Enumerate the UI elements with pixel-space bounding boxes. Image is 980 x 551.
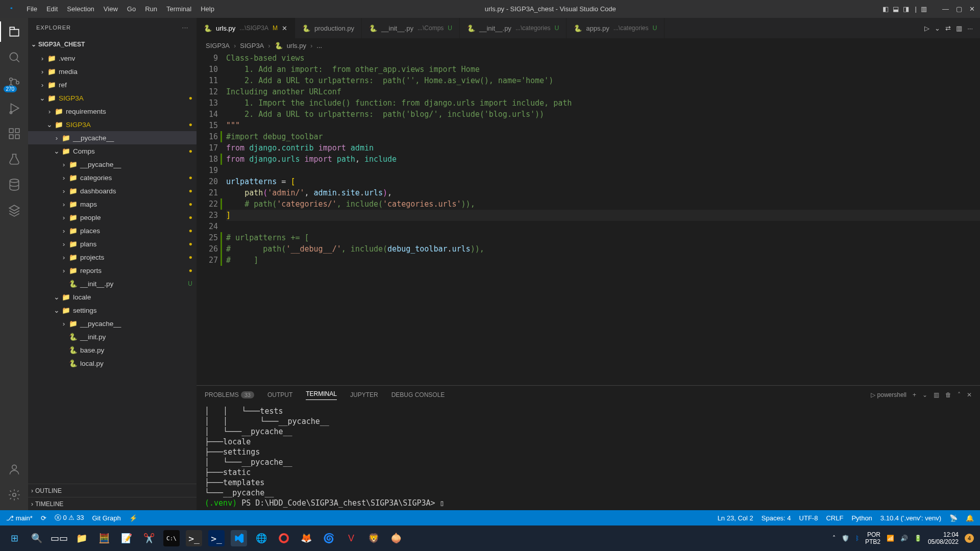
notepad-icon[interactable]: 📝 bbox=[118, 530, 135, 546]
status-problems[interactable]: ⓧ 0 ⚠ 33 bbox=[55, 513, 84, 522]
tray-wifi-icon[interactable]: 📶 bbox=[887, 535, 894, 542]
task-view-icon[interactable]: ▭▭ bbox=[51, 530, 67, 546]
breadcrumb[interactable]: SIGP3A› SIGP3A› 🐍urls.py› ... bbox=[197, 38, 980, 53]
editor-tab[interactable]: 🐍__init__.py...\categoriesU bbox=[460, 18, 567, 38]
close-button[interactable]: ✕ bbox=[969, 5, 975, 13]
menu-run[interactable]: Run bbox=[141, 3, 161, 15]
firefox-icon[interactable]: 🦊 bbox=[298, 530, 314, 546]
status-encoding[interactable]: UTF-8 bbox=[799, 514, 818, 522]
outline-section[interactable]: ›OUTLINE bbox=[28, 484, 197, 497]
tree-item[interactable]: 🐍base.py bbox=[28, 343, 197, 357]
testing-icon[interactable] bbox=[7, 152, 22, 167]
start-button[interactable]: ⊞ bbox=[6, 530, 22, 546]
timeline-section[interactable]: ›TIMELINE bbox=[28, 497, 197, 510]
more-actions-icon[interactable]: ··· bbox=[967, 24, 973, 32]
tree-item[interactable]: ⌄📁SIGP3A● bbox=[28, 91, 197, 105]
tree-item[interactable]: ⌄📁settings bbox=[28, 304, 197, 317]
menu-go[interactable]: Go bbox=[123, 3, 140, 15]
tray-notifications[interactable]: 4 bbox=[965, 534, 974, 543]
tree-item[interactable]: ›📁maps● bbox=[28, 197, 197, 211]
edge-icon[interactable]: 🌀 bbox=[321, 530, 337, 546]
project-header[interactable]: ⌄SIGP3A_CHEST bbox=[28, 37, 197, 52]
status-sync-icon[interactable]: ⟳ bbox=[41, 514, 46, 522]
status-bell-icon[interactable]: 🔔 bbox=[966, 514, 974, 522]
tree-item[interactable]: 🐍local.py bbox=[28, 357, 197, 370]
tab-close-icon[interactable]: ✕ bbox=[282, 24, 287, 32]
editor-tab[interactable]: 🐍__init__.py...\CompsU bbox=[362, 18, 460, 38]
extensions-icon[interactable] bbox=[7, 126, 22, 141]
layout-panel-icon[interactable]: ⬓ bbox=[893, 5, 899, 13]
explorer-icon[interactable] bbox=[7, 24, 22, 39]
run-icon[interactable]: ▷ bbox=[924, 24, 929, 32]
opera-icon[interactable]: ⭕ bbox=[276, 530, 292, 546]
tree-item[interactable]: ›📁__pycache__ bbox=[28, 317, 197, 330]
tree-item[interactable]: ›📁__pycache__ bbox=[28, 131, 197, 144]
vscode-icon[interactable] bbox=[231, 530, 247, 546]
status-branch[interactable]: ⎇ main* bbox=[6, 514, 33, 522]
tray-bluetooth-icon[interactable]: ᛒ bbox=[855, 535, 859, 542]
layout-sidebar-left-icon[interactable]: ◧ bbox=[883, 5, 889, 13]
code-editor[interactable]: 9101112131415161718192021222324252627 Cl… bbox=[197, 53, 980, 385]
tree-item[interactable]: ›📁__pycache__ bbox=[28, 158, 197, 171]
editor-tab[interactable]: 🐍production.py bbox=[295, 18, 362, 38]
split-terminal-icon[interactable]: ▥ bbox=[934, 391, 939, 398]
source-control-icon[interactable]: 270 bbox=[7, 75, 22, 90]
terminal-dropdown-icon[interactable]: ⌄ bbox=[922, 391, 927, 398]
maximize-button[interactable]: ▢ bbox=[956, 5, 962, 13]
panel-tab-output[interactable]: OUTPUT bbox=[267, 391, 292, 398]
panel-tab-jupyter[interactable]: JUPYTER bbox=[350, 391, 378, 398]
powershell-icon[interactable]: >_ bbox=[208, 530, 225, 546]
tray-security-icon[interactable]: 🛡️ bbox=[842, 535, 849, 542]
panel-tab-problems[interactable]: PROBLEMS33 bbox=[205, 391, 254, 398]
status-cursor[interactable]: Ln 23, Col 2 bbox=[718, 514, 753, 522]
file-explorer-icon[interactable]: 📁 bbox=[74, 530, 90, 546]
calculator-icon[interactable]: 🧮 bbox=[96, 530, 112, 546]
editor-tab[interactable]: 🐍apps.py...\categoriesU bbox=[567, 18, 665, 38]
run-dropdown-icon[interactable]: ⌄ bbox=[935, 24, 940, 32]
status-lang[interactable]: Python bbox=[851, 514, 872, 522]
panel-maximize-icon[interactable]: ˄ bbox=[958, 391, 961, 398]
panel-tab-debug[interactable]: DEBUG CONSOLE bbox=[391, 391, 445, 398]
vivaldi-icon[interactable]: V bbox=[343, 530, 359, 546]
tree-item[interactable]: ›📁media bbox=[28, 65, 197, 78]
tree-item[interactable]: ›📁categories● bbox=[28, 171, 197, 184]
terminal-content[interactable]: │ │ └───tests│ │ └───__pycache__│ └───__… bbox=[197, 404, 980, 510]
status-feedback-icon[interactable]: 📡 bbox=[949, 514, 958, 522]
settings-gear-icon[interactable] bbox=[7, 487, 22, 503]
tree-item[interactable]: ›📁ref bbox=[28, 78, 197, 91]
tree-item[interactable]: ›📁people● bbox=[28, 211, 197, 224]
panel-tab-terminal[interactable]: TERMINAL bbox=[306, 390, 337, 400]
tray-clock[interactable]: 12:0405/08/2022 bbox=[928, 531, 959, 545]
menu-file[interactable]: File bbox=[22, 3, 41, 15]
layout-sidebar-right-icon[interactable]: ◨ bbox=[903, 5, 909, 13]
chrome-icon[interactable]: 🌐 bbox=[253, 530, 270, 546]
more-icon[interactable]: ··· bbox=[182, 24, 188, 31]
tree-item[interactable]: ›📁reports● bbox=[28, 264, 197, 277]
tray-lang[interactable]: PORPTB2 bbox=[865, 531, 880, 545]
cmd-icon[interactable]: C:\ bbox=[163, 530, 180, 546]
new-terminal-icon[interactable]: + bbox=[913, 391, 916, 398]
menu-terminal[interactable]: Terminal bbox=[162, 3, 195, 15]
status-gitgraph[interactable]: Git Graph bbox=[92, 514, 120, 522]
snipping-icon[interactable]: ✂️ bbox=[141, 530, 157, 546]
tree-item[interactable]: ›📁.venv bbox=[28, 52, 197, 65]
tree-item[interactable]: ›📁requirements bbox=[28, 105, 197, 118]
status-interpreter[interactable]: 3.10.4 ('.venv': venv) bbox=[880, 514, 941, 522]
terminal-icon[interactable]: >_ bbox=[186, 530, 202, 546]
search-icon[interactable] bbox=[7, 49, 22, 65]
editor-tab[interactable]: 🐍urls.py...\SIGP3AM✕ bbox=[197, 18, 295, 38]
tor-icon[interactable]: 🧅 bbox=[388, 530, 404, 546]
tree-item[interactable]: ›📁plans● bbox=[28, 237, 197, 251]
taskbar-search-icon[interactable]: 🔍 bbox=[29, 530, 45, 546]
tray-battery-icon[interactable]: 🔋 bbox=[914, 535, 922, 542]
run-debug-icon[interactable] bbox=[7, 101, 22, 116]
menu-view[interactable]: View bbox=[100, 3, 122, 15]
menu-edit[interactable]: Edit bbox=[42, 3, 62, 15]
panel-close-icon[interactable]: ✕ bbox=[967, 391, 972, 398]
split-editor-icon[interactable]: ▥ bbox=[956, 24, 962, 32]
status-indent[interactable]: Spaces: 4 bbox=[762, 514, 791, 522]
tray-chevron-icon[interactable]: ˄ bbox=[832, 535, 836, 542]
kill-terminal-icon[interactable]: 🗑 bbox=[945, 391, 951, 398]
layout-customize-icon[interactable]: ▥ bbox=[921, 5, 927, 13]
tree-item[interactable]: ⌄📁locale bbox=[28, 290, 197, 304]
